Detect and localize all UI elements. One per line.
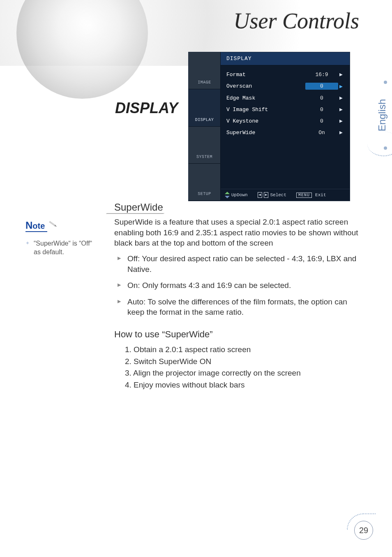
osd-row-edgemask[interactable]: Edge Mask 0 ▶ — [221, 92, 350, 104]
osd-row-vimageshift[interactable]: V Image Shift 0 ▶ — [221, 104, 350, 115]
osd-value: 0 — [305, 107, 338, 113]
page-number-badge: 29 — [351, 518, 376, 542]
bullet-list: Off: Your desired aspect ratio can be se… — [118, 253, 359, 318]
leftright-icon: ◀▶ — [258, 192, 269, 198]
osd-value: 0 — [305, 83, 338, 90]
svg-marker-0 — [225, 192, 230, 194]
chevron-right-icon: ▶ — [338, 118, 344, 124]
osd-hint-select: ◀▶ Select — [258, 192, 286, 198]
howto-heading: How to use “SuperWide” — [114, 329, 359, 340]
osd-label: Edge Mask — [226, 95, 305, 101]
osd-value: On — [305, 130, 338, 136]
chevron-right-icon: ▶ — [338, 83, 344, 90]
section-title: DISPLAY — [115, 100, 178, 117]
svg-marker-1 — [225, 196, 230, 198]
language-tab-text: English — [376, 99, 388, 132]
chevron-right-icon: ▶ — [338, 129, 344, 136]
osd-label: SuperWide — [226, 130, 305, 136]
osd-value: 16:9 — [305, 72, 338, 78]
decorative-arc — [367, 132, 392, 156]
osd-label: Format — [226, 72, 305, 78]
lens-graphic — [16, 0, 148, 99]
howto-steps: 1. Obtain a 2.0:1 aspect ratio screen 2.… — [125, 344, 359, 391]
content: SuperWide SuperWide is a feature that us… — [25, 202, 359, 391]
subhead-superwide: SuperWide — [114, 202, 359, 213]
page-title: User Controls — [233, 8, 359, 34]
osd-hint-updown: UpDown — [225, 192, 248, 198]
osd-value: 0 — [305, 118, 338, 124]
chevron-right-icon: ▶ — [338, 106, 344, 113]
bullet-off: Off: Your desired aspect ratio can be se… — [118, 253, 359, 274]
step-3: 3. Align the projector image correctly o… — [125, 367, 359, 379]
osd-tab-setup[interactable]: SETUP — [189, 164, 221, 201]
osd-footer: UpDown ◀▶ Select MENU Exit — [221, 189, 350, 201]
chevron-right-icon: ▶ — [338, 95, 344, 101]
osd-menu: IMAGE DISPLAY SYSTEM SETUP DISPLAY Forma… — [188, 52, 350, 201]
osd-row-overscan[interactable]: Overscan 0 ▶ — [221, 80, 350, 92]
osd-tab-display[interactable]: DISPLAY — [189, 89, 221, 126]
osd-content: Format 16:9 ▶ Overscan 0 ▶ Edge Mask 0 ▶… — [221, 65, 350, 189]
osd-label: V Keystone — [226, 118, 305, 124]
osd-tab-image[interactable]: IMAGE — [189, 52, 221, 89]
osd-row-superwide[interactable]: SuperWide On ▶ — [221, 127, 350, 138]
bullet-auto: Auto: To solve the differences of the fi… — [118, 297, 359, 318]
osd-row-vkeystone[interactable]: V Keystone 0 ▶ — [221, 115, 350, 127]
step-1: 1. Obtain a 2.0:1 aspect ratio screen — [125, 344, 359, 356]
bullet-on: On: Only formats 4:3 and 16:9 can be sel… — [118, 280, 359, 291]
osd-row-format[interactable]: Format 16:9 ▶ — [221, 69, 350, 80]
osd-tab-list: IMAGE DISPLAY SYSTEM SETUP — [189, 52, 221, 201]
osd-hint-exit-label: Exit — [315, 193, 326, 197]
menu-key-icon: MENU — [296, 193, 312, 198]
osd-label: V Image Shift — [226, 107, 305, 113]
step-4: 4. Enjoy movies without black bars — [125, 379, 359, 391]
osd-header: DISPLAY — [221, 52, 350, 65]
osd-hint-updown-label: UpDown — [231, 193, 248, 197]
page-number: 29 — [354, 521, 373, 540]
osd-hint-exit: MENU Exit — [296, 193, 326, 198]
osd-value: 0 — [305, 95, 338, 101]
osd-label: Overscan — [226, 83, 305, 89]
osd-tab-system[interactable]: SYSTEM — [189, 127, 221, 164]
chevron-right-icon: ▶ — [338, 71, 344, 78]
step-2: 2. Switch SuperWide ON — [125, 356, 359, 368]
intro-paragraph: SuperWide is a feature that uses a speci… — [114, 217, 359, 248]
updown-icon — [225, 192, 230, 198]
osd-hint-select-label: Select — [270, 193, 286, 197]
